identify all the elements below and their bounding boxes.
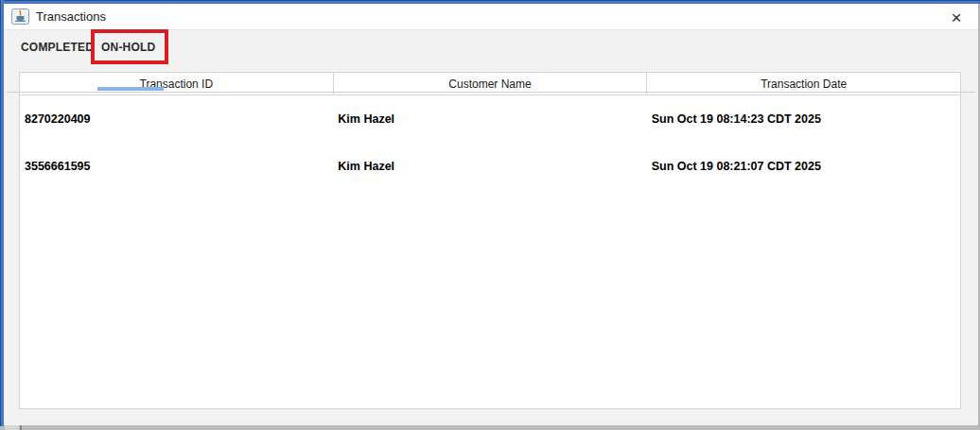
- cell-transaction-date[interactable]: Sun Oct 19 08:14:23 CDT 2025: [647, 95, 960, 143]
- cell-customer-name[interactable]: Kim Hazel: [333, 143, 646, 190]
- table-row[interactable]: 8270220409 Kim Hazel Sun Oct 19 08:14:23…: [20, 95, 960, 143]
- close-icon[interactable]: ×: [944, 5, 969, 29]
- table-row[interactable]: 3556661595 Kim Hazel Sun Oct 19 08:21:07…: [20, 143, 960, 190]
- table-body: 8270220409 Kim Hazel Sun Oct 19 08:14:23…: [20, 95, 960, 190]
- java-coffee-cup-icon: [11, 9, 29, 25]
- window-border-top: [0, 0, 980, 4]
- window-title: Transactions: [36, 9, 106, 24]
- tab-completed[interactable]: COMPLETED: [21, 34, 94, 60]
- transactions-table: Transaction ID Customer Name Transaction…: [19, 72, 961, 409]
- window-border-left: [0, 0, 4, 426]
- taskbar-fragment: [5, 425, 19, 430]
- cell-customer-name[interactable]: Kim Hazel: [333, 95, 646, 143]
- tab-strip-divider: [7, 92, 975, 93]
- title-bar: Transactions ×: [4, 4, 978, 30]
- cell-transaction-id[interactable]: 8270220409: [20, 95, 333, 143]
- tab-strip: COMPLETED ON-HOLD: [0, 30, 978, 62]
- cell-transaction-id[interactable]: 3556661595: [20, 143, 333, 190]
- cell-transaction-date[interactable]: Sun Oct 19 08:21:07 CDT 2025: [647, 143, 960, 190]
- selected-tab-indicator: [97, 87, 164, 91]
- tab-on-hold[interactable]: ON-HOLD: [101, 34, 155, 60]
- window-border-bottom: [0, 425, 980, 430]
- taskbar-fragment-divider: [20, 425, 22, 430]
